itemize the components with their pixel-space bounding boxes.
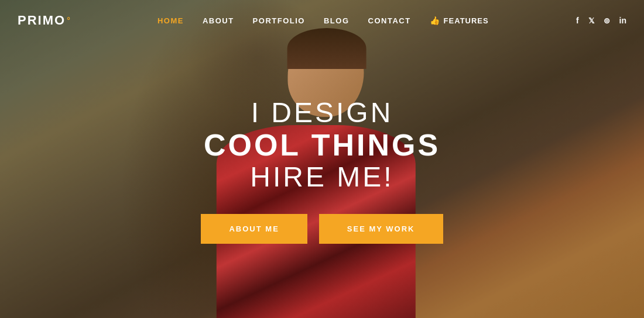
navbar: PRIMO ° HOME ABOUT PORTFOLIO BLOG CONTAC… (0, 0, 644, 41)
nav-links: HOME ABOUT PORTFOLIO BLOG CONTACT 👍 FEAT… (157, 15, 489, 26)
hero-content: I DESIGN COOL THINGS HIRE ME! ABOUT ME S… (201, 98, 443, 244)
see-my-work-button[interactable]: SEE MY WORK (319, 214, 443, 244)
nav-item-features[interactable]: 👍 FEATURES (430, 16, 489, 25)
nav-item-blog[interactable]: BLOG (324, 15, 350, 26)
nav-link-portfolio[interactable]: PORTFOLIO (253, 16, 305, 25)
features-label: FEATURES (444, 16, 489, 25)
hero-section: PRIMO ° HOME ABOUT PORTFOLIO BLOG CONTAC… (0, 0, 644, 318)
nav-link-contact[interactable]: CONTACT (368, 16, 411, 25)
social-links: f 𝕏 ⊚ in (576, 16, 626, 25)
hero-buttons: ABOUT ME SEE MY WORK (201, 214, 443, 244)
linkedin-link[interactable]: in (619, 16, 626, 25)
hero-line1: I DESIGN (201, 98, 443, 129)
hero-line2: COOL THINGS (201, 129, 443, 162)
nav-link-about[interactable]: ABOUT (203, 16, 234, 25)
logo-dot: ° (67, 16, 70, 25)
logo[interactable]: PRIMO ° (18, 13, 70, 28)
nav-link-home[interactable]: HOME (157, 16, 184, 25)
nav-item-portfolio[interactable]: PORTFOLIO (253, 15, 305, 26)
logo-text: PRIMO (18, 13, 66, 28)
facebook-link[interactable]: f (576, 16, 579, 25)
hero-line3: HIRE ME! (201, 162, 443, 193)
twitter-link[interactable]: 𝕏 (588, 16, 594, 25)
nav-item-contact[interactable]: CONTACT (368, 15, 411, 26)
instagram-link[interactable]: ⊚ (604, 16, 610, 25)
nav-link-blog[interactable]: BLOG (324, 16, 350, 25)
nav-item-home[interactable]: HOME (157, 15, 184, 26)
nav-item-about[interactable]: ABOUT (203, 15, 234, 26)
thumbs-up-icon: 👍 (430, 16, 440, 25)
about-me-button[interactable]: ABOUT ME (201, 214, 307, 244)
